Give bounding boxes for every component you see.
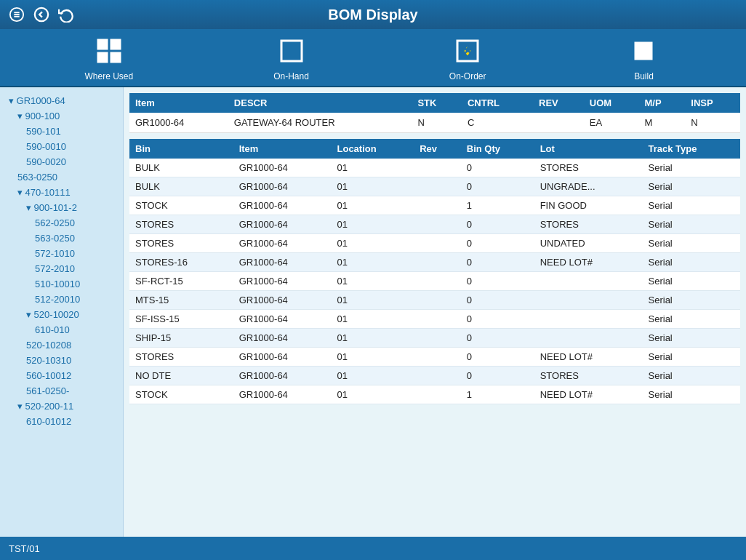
table-cell [534, 291, 643, 310]
toolbar-on-hand[interactable]: On-Hand [273, 33, 309, 81]
table-cell: Serial [643, 215, 740, 234]
col-descr: DESCR [228, 93, 412, 113]
sidebar-item: ▾ 900-101-2 [0, 200, 123, 215]
toolbar-where-used[interactable]: Where Used [84, 33, 133, 81]
sidebar-item-link[interactable]: 520-10310 [23, 354, 123, 367]
toolbar-on-hand-label: On-Hand [273, 71, 309, 81]
sidebar-item: 590-0020 [0, 154, 123, 169]
table-cell: 01 [332, 272, 414, 291]
table-row: MTS-15GR1000-64010Serial [129, 291, 740, 310]
svg-rect-6 [111, 39, 121, 49]
table-cell: STORES-16 [129, 253, 233, 272]
col-stk: STK [412, 93, 462, 113]
table-cell: 01 [332, 196, 414, 215]
table-cell: Serial [643, 196, 740, 215]
table-cell: Serial [643, 234, 740, 253]
sidebar-item: ▾ 520-10020 [0, 307, 123, 322]
sidebar-item-link[interactable]: ▾ 900-101-2 [23, 201, 123, 214]
table-cell: GR1000-64 [233, 234, 332, 253]
sidebar-item: 512-20010 [0, 292, 123, 307]
refresh-icon[interactable] [55, 4, 77, 25]
table-cell: 0 [461, 329, 534, 348]
table-row: SF-ISS-15GR1000-64010Serial [129, 310, 740, 329]
table-cell: 0 [461, 177, 534, 196]
sidebar-item: 590-101 [0, 124, 123, 139]
table-cell: Serial [643, 310, 740, 329]
table-row: STORESGR1000-64010UNDATEDSerial [129, 234, 740, 253]
sidebar-item-link[interactable]: 512-20010 [32, 293, 123, 305]
table-cell: 01 [332, 177, 414, 196]
table-cell: Serial [643, 385, 740, 404]
cell-descr: GATEWAY-64 ROUTER [228, 113, 412, 133]
table-row: STOCKGR1000-64011FIN GOODSerial [129, 196, 740, 215]
main-area: ▾ GR1000-64▾ 900-100590-101590-0010590-0… [0, 87, 746, 537]
sidebar-item-link[interactable]: 572-2010 [32, 263, 123, 275]
sidebar-item-link[interactable]: 563-0250 [32, 232, 123, 244]
toolbar-on-order[interactable]: ★ On-Order [449, 33, 486, 81]
table-cell: GR1000-64 [233, 348, 332, 367]
table-row: STOCKGR1000-64011NEED LOT#Serial [129, 385, 740, 404]
header: BOM Display [0, 0, 746, 29]
sidebar-item-link[interactable]: 590-0020 [23, 156, 123, 168]
sidebar-item-link[interactable]: 561-0250- [23, 385, 123, 397]
sidebar-item-link[interactable]: ▾ 520-10020 [23, 308, 123, 321]
col-bin-rev: Rev [414, 139, 461, 159]
table-row: BULKGR1000-64010UNGRADE...Serial [129, 177, 740, 196]
table-cell: 01 [332, 385, 414, 404]
table-cell: Serial [643, 291, 740, 310]
sidebar-item-link[interactable]: 572-1010 [32, 247, 123, 260]
cell-insp: N [685, 113, 740, 133]
table-cell [534, 310, 643, 329]
col-location: Location [332, 139, 414, 159]
sidebar-item-link[interactable]: ▾ 900-100 [15, 110, 123, 122]
sidebar-item-link[interactable]: 610-01012 [23, 415, 123, 428]
build-icon [626, 33, 661, 68]
table-cell: Serial [643, 253, 740, 272]
cell-mp: M [638, 113, 685, 133]
sidebar-item-link[interactable]: 520-10208 [23, 339, 123, 351]
sidebar-item: ▾ 520-200-11 [0, 399, 123, 414]
table-cell: STORES [534, 159, 643, 177]
table-row: BULKGR1000-64010STORESSerial [129, 159, 740, 177]
toolbar-build[interactable]: Build [626, 33, 661, 81]
col-track-type: Track Type [643, 139, 740, 159]
table-cell: 1 [461, 196, 534, 215]
sidebar-item: 610-010 [0, 322, 123, 337]
table-cell: NEED LOT# [534, 253, 643, 272]
svg-rect-8 [111, 52, 121, 63]
table-cell: 01 [332, 234, 414, 253]
col-rev: REV [533, 93, 584, 113]
sidebar-item-link[interactable]: ▾ 470-10111 [15, 186, 123, 199]
sidebar-item: 590-0010 [0, 139, 123, 154]
table-cell: 1 [461, 385, 534, 404]
toolbar: Where Used On-Hand ★ On-Order Build [0, 29, 746, 87]
sidebar-item-link[interactable]: ▾ 520-200-11 [15, 400, 123, 412]
table-cell [414, 234, 461, 253]
sidebar-item: 572-2010 [0, 261, 123, 276]
table-cell: GR1000-64 [233, 177, 332, 196]
table-cell [414, 367, 461, 385]
sidebar-item-link[interactable]: 590-101 [23, 125, 123, 137]
sidebar-item-link[interactable]: 510-10010 [32, 278, 123, 290]
sidebar-item-link[interactable]: 590-0010 [23, 140, 123, 153]
col-item: Item [129, 93, 228, 113]
sidebar-item-link[interactable]: ▾ GR1000-64 [6, 95, 123, 107]
table-cell: STORES [534, 367, 643, 385]
sidebar-item-link[interactable]: 610-010 [32, 324, 123, 336]
table-cell: 01 [332, 367, 414, 385]
table-cell [414, 253, 461, 272]
table-cell: GR1000-64 [233, 329, 332, 348]
content-panel: Item DESCR STK CNTRL REV UOM M/P INSP GR… [124, 87, 746, 537]
menu-icon[interactable] [6, 4, 28, 25]
col-lot: Lot [534, 139, 643, 159]
svg-text:★: ★ [462, 44, 473, 56]
table-cell: 0 [461, 310, 534, 329]
back-icon[interactable] [31, 4, 52, 25]
top-table-header-row: Item DESCR STK CNTRL REV UOM M/P INSP [129, 93, 740, 113]
sidebar-item-link[interactable]: 560-10012 [23, 369, 123, 382]
table-cell: UNGRADE... [534, 177, 643, 196]
table-cell [414, 385, 461, 404]
sidebar-item-link[interactable]: 562-0250 [32, 217, 123, 229]
sidebar-item-link[interactable]: 563-0250 [15, 171, 123, 183]
table-cell: GR1000-64 [233, 367, 332, 385]
